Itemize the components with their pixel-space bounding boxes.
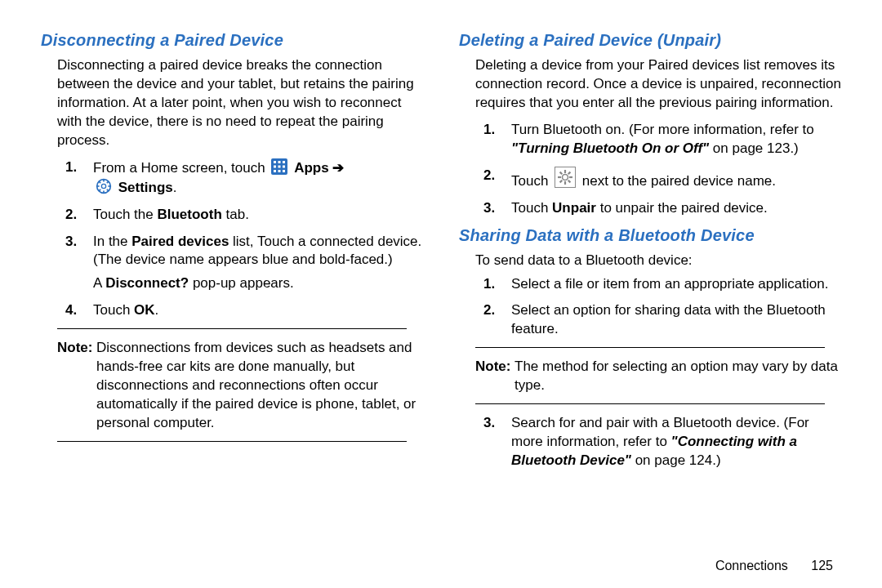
para-deleting-intro: Deleting a device from your Paired devic… <box>459 56 841 113</box>
note-disconnecting: Note: Disconnections from devices such a… <box>41 339 423 433</box>
label-settings: Settings <box>118 180 173 195</box>
step-number: 1. <box>483 275 495 294</box>
svg-point-11 <box>101 184 105 188</box>
step-1: 1. From a Home screen, touch Apps ➔ <box>41 158 423 198</box>
para-sharing-intro: To send data to a Bluetooth device: <box>459 252 841 270</box>
step-4: 4. Touch OK. <box>41 301 423 320</box>
step-number: 2. <box>483 167 495 185</box>
step-number: 1. <box>65 158 77 177</box>
heading-deleting: Deleting a Paired Device (Unpair) <box>459 31 841 50</box>
step-s2: 2. Select an option for sharing data wit… <box>459 301 841 339</box>
heading-disconnecting: Disconnecting a Paired Device <box>41 31 423 50</box>
step-3: 3. In the Paired devices list, Touch a c… <box>41 233 423 294</box>
step-number: 3. <box>483 199 495 218</box>
note-label: Note: <box>57 339 92 358</box>
step-s1: 1. Select a file or item from an appropr… <box>459 275 841 294</box>
svg-line-19 <box>99 189 100 190</box>
step-number: 3. <box>483 414 495 433</box>
steps-deleting: 1. Turn Bluetooth on. (For more informat… <box>459 121 841 218</box>
svg-rect-4 <box>274 165 276 167</box>
para-disconnecting-intro: Disconnecting a paired device breaks the… <box>41 56 423 150</box>
steps-disconnecting: 1. From a Home screen, touch Apps ➔ <box>41 158 423 321</box>
page-body: Disconnecting a Paired Device Disconnect… <box>0 0 882 479</box>
svg-line-16 <box>99 181 100 183</box>
svg-rect-5 <box>278 165 281 167</box>
apps-grid-icon <box>271 158 287 175</box>
footer-chapter: Connections <box>715 559 788 572</box>
settings-gear-icon <box>96 178 112 194</box>
divider <box>57 328 407 329</box>
svg-rect-6 <box>283 165 285 167</box>
svg-rect-3 <box>283 161 285 163</box>
note-sharing: Note: The method for selecting an option… <box>459 358 841 395</box>
page-footer: Connections 125 <box>715 559 833 573</box>
note-label: Note: <box>475 358 510 376</box>
gear-box-icon <box>555 167 576 188</box>
label-apps: Apps <box>294 160 329 176</box>
svg-rect-8 <box>278 170 281 172</box>
svg-line-18 <box>107 181 109 183</box>
svg-line-17 <box>107 189 109 190</box>
step-d1: 1. Turn Bluetooth on. (For more informat… <box>459 121 841 158</box>
steps-sharing-cont: 3. Search for and pair with a Bluetooth … <box>459 414 841 470</box>
svg-rect-9 <box>283 170 285 172</box>
step-s3: 3. Search for and pair with a Bluetooth … <box>459 414 841 470</box>
heading-sharing: Sharing Data with a Bluetooth Device <box>459 226 841 245</box>
step-number: 4. <box>65 301 77 320</box>
divider <box>57 441 407 442</box>
step-d2: 2. Touch <box>459 167 841 191</box>
svg-rect-1 <box>274 161 276 163</box>
svg-rect-2 <box>278 161 281 163</box>
step-2: 2. Touch the Bluetooth tab. <box>41 206 423 225</box>
step-number: 2. <box>483 301 495 320</box>
step-number: 2. <box>65 206 77 225</box>
svg-rect-7 <box>274 170 276 172</box>
step-number: 3. <box>65 233 77 252</box>
footer-page-number: 125 <box>811 559 833 572</box>
left-column: Disconnecting a Paired Device Disconnect… <box>41 31 423 479</box>
divider <box>475 347 825 348</box>
steps-sharing: 1. Select a file or item from an appropr… <box>459 275 841 340</box>
step-number: 1. <box>483 121 495 140</box>
step-d3: 3. Touch Unpair to unpair the paired dev… <box>459 199 841 218</box>
right-column: Deleting a Paired Device (Unpair) Deleti… <box>459 31 841 479</box>
divider <box>475 403 825 404</box>
